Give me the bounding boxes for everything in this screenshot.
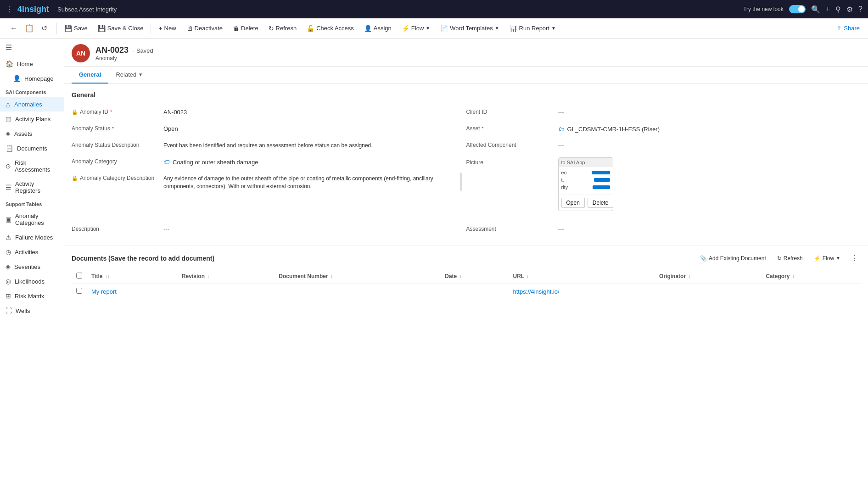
- sidebar-item-activities[interactable]: ◷ Activities: [0, 245, 64, 259]
- sidebar-item-wells[interactable]: ⛶ Wells: [0, 303, 64, 318]
- word-templates-button[interactable]: 📄 Word Templates ▼: [436, 22, 504, 35]
- asset-label: Asset *: [466, 123, 558, 132]
- main-layout: ☰ 🏠 Home 👤 Homepage SAI Components △ Ano…: [0, 39, 868, 491]
- docs-more-button[interactable]: ⋮: [848, 253, 861, 263]
- picture-row1-label: eo: [561, 170, 567, 175]
- picture-open-button[interactable]: Open: [561, 198, 585, 208]
- add-existing-doc-button[interactable]: 📎 Add Existing Document: [696, 253, 770, 263]
- tab-related[interactable]: Related ▼: [108, 67, 150, 84]
- title-col-header[interactable]: Title ↑↓: [87, 269, 177, 284]
- sidebar-item-risk-assessments[interactable]: ⊙ Risk Assessments: [0, 156, 64, 177]
- refresh-nav-button[interactable]: ↺: [39, 22, 50, 34]
- sidebar-item-anomaly-categories[interactable]: ▣ Anomaly Categories: [0, 209, 64, 230]
- refresh-button[interactable]: ↻ Refresh: [264, 22, 302, 35]
- sidebar-item-home[interactable]: 🏠 Home: [0, 56, 64, 71]
- anomaly-category-value: 🏷 Coating or outer sheath damage: [163, 156, 466, 166]
- main-content: AN AN-0023 · Saved Anomaly General Relat…: [64, 39, 868, 491]
- revision-col-header[interactable]: Revision ↕: [177, 269, 274, 284]
- select-all-col[interactable]: [72, 269, 87, 284]
- category-sort-icon: ↕: [792, 274, 795, 279]
- avatar: AN: [72, 44, 90, 62]
- check-access-button[interactable]: 🔓 Check Access: [302, 22, 358, 35]
- save-button[interactable]: 💾 Save: [60, 22, 92, 35]
- record-type: Anomaly: [95, 55, 153, 61]
- add-icon[interactable]: +: [826, 5, 830, 13]
- document-number-col-header[interactable]: Document Number ↕: [274, 269, 440, 284]
- row-checkbox[interactable]: [76, 288, 82, 294]
- docs-flow-button[interactable]: ⚡ Flow ▼: [810, 253, 844, 263]
- new-button[interactable]: + New: [154, 22, 180, 35]
- tabs: General Related ▼: [64, 67, 868, 84]
- back-button[interactable]: ←: [7, 22, 20, 34]
- anomaly-status-value: Open: [163, 123, 466, 132]
- sidebar-menu-icon[interactable]: ☰: [0, 39, 64, 56]
- row-checkbox-cell[interactable]: [72, 284, 87, 299]
- sidebar-item-homepage[interactable]: 👤 Homepage: [0, 71, 64, 86]
- sidebar-item-severities[interactable]: ◈ Severities: [0, 259, 64, 274]
- docs-refresh-button[interactable]: ↻ Refresh: [773, 253, 806, 263]
- word-templates-chevron-icon: ▼: [495, 26, 499, 31]
- help-icon[interactable]: ?: [858, 5, 862, 13]
- sidebar-item-anomalies[interactable]: △ Anomalies: [0, 97, 64, 112]
- picture-delete-button[interactable]: Delete: [588, 198, 613, 208]
- picture-popup-container: to SAI App eo t,: [558, 157, 613, 211]
- picture-popup-row-2: t,: [561, 177, 610, 183]
- anomaly-category-desc-row: 🔒 Anomaly Category Description Any evide…: [72, 170, 466, 193]
- picture-row: Picture to SAI App eo: [466, 154, 861, 214]
- url-col-header[interactable]: URL ↕: [508, 269, 655, 284]
- run-report-button[interactable]: 📊 Run Report ▼: [505, 22, 560, 35]
- bookmark-button[interactable]: 📋: [22, 22, 37, 34]
- doc-url-link[interactable]: https://4insight.io/: [513, 288, 559, 295]
- flow-button[interactable]: ⚡ Flow ▼: [397, 22, 435, 35]
- row-doc-number-cell: [274, 284, 440, 299]
- sidebar-item-failure-modes[interactable]: ⚠ Failure Modes: [0, 230, 64, 245]
- refresh-icon: ↻: [269, 25, 274, 32]
- category-col-header[interactable]: Category ↕: [761, 269, 861, 284]
- run-report-icon: 📊: [510, 25, 517, 32]
- severities-icon: ◈: [6, 263, 11, 270]
- sidebar-item-documents[interactable]: 📋 Documents: [0, 141, 64, 156]
- picture-bar-3: [593, 185, 610, 189]
- required-marker-2: *: [112, 126, 114, 131]
- flow-chevron-icon: ▼: [426, 26, 430, 31]
- anomaly-id-row: 🔒 Anomaly ID * AN-0023: [72, 104, 466, 121]
- select-all-checkbox[interactable]: [76, 273, 82, 279]
- row-revision-cell: [177, 284, 274, 299]
- top-bar: ⋮ 4insight Subsea Asset Integrity Try th…: [0, 0, 868, 18]
- general-section: General 🔒 Anomaly ID * AN-0023: [64, 84, 868, 246]
- client-id-value: ---: [558, 107, 861, 116]
- table-row: My report https://4insight.io/: [72, 284, 861, 299]
- deactivate-button[interactable]: 🖹 Deactivate: [182, 22, 227, 35]
- tab-general[interactable]: General: [72, 67, 108, 84]
- description-label: Description: [72, 224, 163, 232]
- picture-popup: to SAI App eo t,: [558, 157, 613, 211]
- documents-table-head: Title ↑↓ Revision ↕ Document Number ↕: [72, 269, 861, 284]
- anomalies-icon: △: [6, 100, 11, 108]
- anomaly-categories-icon: ▣: [6, 216, 11, 223]
- description-row: Description ---: [72, 221, 466, 238]
- date-sort-icon: ↕: [459, 274, 462, 279]
- anomaly-category-row: Anomaly Category 🏷 Coating or outer shea…: [72, 154, 466, 170]
- new-look-toggle[interactable]: [789, 5, 806, 13]
- sidebar-item-activity-registers[interactable]: ☰ Activity Registers: [0, 177, 64, 198]
- date-col-header[interactable]: Date ↕: [440, 269, 508, 284]
- sidebar-item-risk-matrix[interactable]: ⊞ Risk Matrix: [0, 289, 64, 303]
- documents-title: Documents (Save the record to add docume…: [72, 255, 214, 262]
- picture-row3-label: rity: [561, 184, 568, 190]
- assign-button[interactable]: 👤 Assign: [359, 22, 396, 35]
- sidebar-item-likelihoods[interactable]: ◎ Likelihoods: [0, 274, 64, 289]
- apps-icon[interactable]: ⋮: [6, 5, 13, 14]
- sidebar-item-activity-plans[interactable]: ▦ Activity Plans: [0, 112, 64, 126]
- settings-icon[interactable]: ⚙: [846, 5, 853, 14]
- originator-col-header[interactable]: Originator ↕: [655, 269, 761, 284]
- save-close-button[interactable]: 💾 Save & Close: [93, 22, 148, 35]
- delete-button[interactable]: 🗑 Delete: [228, 22, 263, 35]
- sidebar-item-assets[interactable]: ◈ Assets: [0, 126, 64, 141]
- new-icon: +: [158, 25, 162, 32]
- search-icon[interactable]: 🔍: [811, 5, 820, 14]
- filter-icon[interactable]: ⚲: [835, 5, 841, 14]
- asset-value: 🗂 GL_CDSM/7-CMR-1H-ESS (Riser): [558, 123, 861, 133]
- doc-title-link[interactable]: My report: [91, 288, 117, 295]
- share-button[interactable]: ⇧ Share: [832, 22, 864, 34]
- anomaly-status-desc-value: Event has been identified and requires a…: [163, 140, 466, 150]
